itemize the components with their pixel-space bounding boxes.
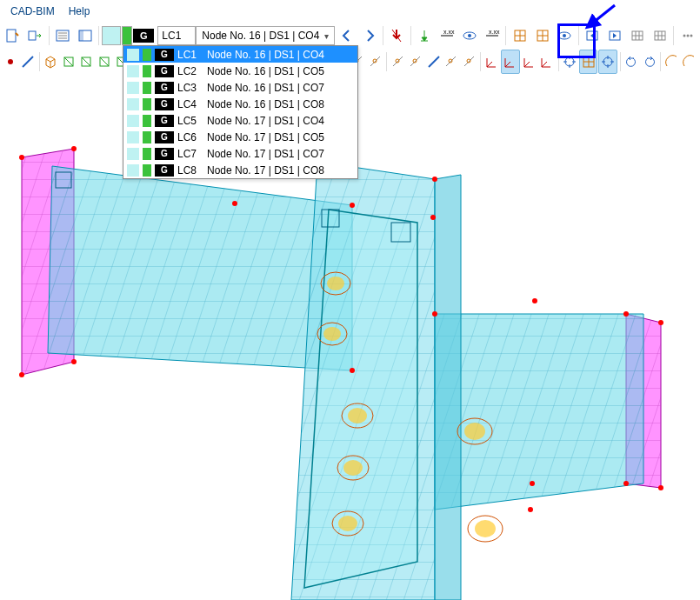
svg-point-22 [683, 35, 685, 37]
dd-desc: Node No. 16 | DS1 | CO8 [207, 98, 354, 110]
lc-category-badge: G [133, 29, 154, 43]
load-red-icon[interactable] [386, 24, 408, 47]
3d-box-icon[interactable] [43, 50, 59, 73]
dd-name: LC3 [177, 82, 203, 94]
svg-point-94 [432, 311, 437, 317]
dd-category-badge: G [155, 148, 174, 160]
svg-point-11 [468, 34, 471, 37]
dd-swatch-b [143, 115, 151, 127]
mesh-right-icon[interactable] [649, 24, 670, 47]
dd-swatch-a [127, 164, 139, 177]
toolbar-separator [383, 26, 383, 45]
measure-icon[interactable] [390, 50, 406, 73]
coord-3-icon[interactable] [521, 50, 537, 73]
solid-icon[interactable] [77, 50, 94, 73]
visibility-icon[interactable] [459, 24, 481, 47]
loadcase-dropdown[interactable]: GLC1Node No. 16 | DS1 | CO4GLC2Node No. … [123, 45, 358, 179]
svg-point-85 [475, 520, 496, 537]
angle-icon[interactable] [408, 50, 424, 73]
dd-name: LC6 [177, 131, 203, 143]
dropdown-item[interactable]: GLC3Node No. 16 | DS1 | CO7 [123, 79, 357, 96]
box-icon[interactable] [443, 50, 459, 73]
offset-icon[interactable] [367, 50, 383, 73]
dd-swatch-a [127, 131, 139, 143]
node-icon[interactable] [2, 50, 18, 73]
svg-point-23 [686, 35, 689, 37]
svg-point-102 [530, 481, 535, 486]
show-panel-icon[interactable] [75, 24, 97, 47]
dropdown-item[interactable]: GLC6Node No. 17 | DS1 | CO5 [123, 129, 357, 145]
view-right-icon[interactable] [604, 24, 626, 47]
dd-desc: Node No. 16 | DS1 | CO4 [207, 49, 354, 61]
wire-icon[interactable] [60, 50, 77, 73]
toolbar-separator [480, 52, 481, 71]
dd-category-badge: G [155, 82, 174, 94]
dd-category-badge: G [155, 98, 174, 110]
coord-2-icon[interactable] [501, 50, 519, 74]
svg-text:x.xx: x.xx [489, 29, 500, 35]
undo-icon[interactable] [623, 50, 639, 73]
lc-desc-text: Node No. 16 | DS1 | CO4 [202, 30, 319, 42]
dd-swatch-a [127, 65, 139, 77]
pan-target-icon[interactable] [598, 50, 617, 74]
dropdown-item[interactable]: GLC5Node No. 17 | DS1 | CO4 [123, 112, 357, 129]
show-list-icon[interactable] [52, 24, 74, 47]
dropdown-item[interactable]: GLC2Node No. 16 | DS1 | CO5 [123, 63, 357, 79]
svg-point-82 [343, 460, 363, 476]
svg-point-83 [338, 516, 357, 531]
svg-point-24 [690, 35, 692, 37]
toolbar-separator [49, 26, 50, 45]
svg-point-86 [19, 155, 24, 160]
dd-category-badge: G [155, 49, 174, 61]
line-icon[interactable] [19, 50, 36, 73]
edit-line-icon[interactable] [425, 50, 442, 73]
next-icon[interactable] [358, 24, 380, 47]
menu-cadbim[interactable]: CAD-BIM [3, 3, 62, 19]
view-left-icon[interactable] [582, 24, 603, 47]
menu-bar: CAD-BIM Help [0, 0, 700, 23]
arc-left-icon[interactable] [663, 50, 680, 73]
lc-name-field[interactable]: LC1 [157, 26, 196, 45]
dropdown-item[interactable]: GLC8Node No. 17 | DS1 | CO8 [123, 162, 357, 178]
svg-point-89 [71, 359, 77, 364]
dd-swatch-a [127, 98, 139, 110]
mesh-left-icon[interactable] [626, 24, 648, 47]
prev-icon[interactable] [336, 24, 357, 47]
eye-result-icon[interactable] [554, 24, 576, 47]
loadcase-selector[interactable]: GLC1Node No. 16 | DS1 | CO4▾ [102, 25, 335, 46]
column-icon[interactable] [96, 50, 112, 73]
lc-desc-dropdown[interactable]: Node No. 16 | DS1 | CO4▾ [196, 26, 335, 45]
dd-swatch-b [143, 148, 151, 160]
more-icon[interactable] [677, 24, 698, 47]
toolbar-separator [558, 52, 559, 71]
toolbar-separator [39, 52, 40, 71]
dropdown-item[interactable]: GLC1Node No. 16 | DS1 | CO4 [123, 46, 357, 63]
toolbar-separator [386, 52, 387, 71]
grid-toggle-icon[interactable] [579, 50, 597, 74]
dropdown-item[interactable]: GLC7Node No. 17 | DS1 | CO7 [123, 145, 357, 162]
toolbar-separator [98, 26, 99, 45]
coord-1-icon[interactable] [483, 50, 500, 73]
coord-4-icon[interactable] [538, 50, 555, 73]
grid-a-icon[interactable] [509, 24, 530, 47]
dimension-x-icon[interactable]: x.xx [437, 24, 458, 47]
dd-name: LC5 [177, 115, 203, 127]
svg-point-80 [323, 327, 341, 341]
dimension-x2-icon[interactable]: x.xx [481, 24, 503, 47]
redo-icon[interactable] [641, 50, 657, 73]
svg-point-103 [528, 507, 533, 512]
support-icon[interactable] [414, 24, 436, 47]
svg-rect-0 [7, 30, 16, 42]
dropdown-item[interactable]: GLC4Node No. 16 | DS1 | CO8 [123, 96, 357, 112]
arc-right-icon[interactable] [681, 50, 697, 73]
svg-point-79 [327, 277, 344, 290]
svg-line-32 [100, 57, 109, 66]
target-icon[interactable] [561, 50, 577, 73]
document-icon[interactable] [2, 24, 23, 47]
grid-b-icon[interactable] [531, 24, 553, 47]
svg-line-30 [82, 57, 90, 66]
lc-swatch-a [102, 26, 121, 45]
menu-help[interactable]: Help [62, 3, 97, 19]
filter-icon[interactable] [461, 50, 477, 73]
assign-icon[interactable] [24, 24, 46, 47]
